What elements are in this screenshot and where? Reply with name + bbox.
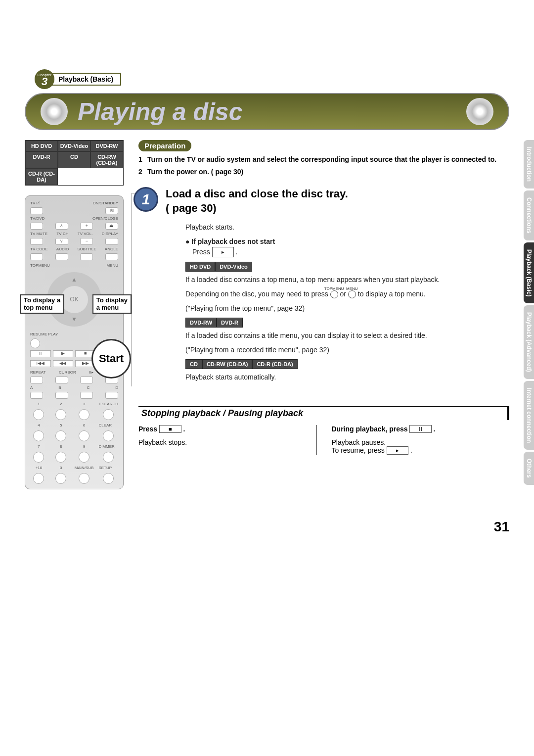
stop-pause-section: Press ■ . Playback stops. During playbac… — [138, 425, 509, 455]
tab-playback-advanced: Playback (Advanced) — [524, 305, 534, 379]
format-tags-c: CD CD-RW (CD-DA) CD-R (CD-DA) — [185, 359, 509, 369]
pause-head: During playback, press II . — [332, 425, 505, 433]
page-number: 31 — [25, 519, 509, 535]
supported-disc-grid: HD DVD DVD-Video DVD-RW DVD-R CD CD-RW (… — [25, 140, 124, 186]
chapter-number-badge: Chapter 3 — [35, 69, 54, 89]
disc-type-dvdvideo: DVD-Video — [58, 141, 90, 151]
tab-playback-basic: Playback (Basic) — [524, 242, 534, 303]
preparation-list: 1Turn on the TV or audio system and sele… — [138, 154, 509, 177]
play-key-icon: ▸ — [212, 247, 234, 257]
tab-connections: Connections — [524, 190, 534, 240]
ok-button: OK — [61, 286, 88, 313]
step-1: 1 Load a disc and close the disc tray. (… — [138, 187, 509, 386]
disc-type-dvdr: DVD-R — [25, 151, 58, 168]
chapter-number: 3 — [42, 77, 47, 86]
side-tabs: Introduction Connections Playback (Basic… — [524, 140, 534, 485]
topmenu-button-icon — [330, 290, 338, 298]
stop-key-icon: ■ — [159, 425, 181, 433]
prep-item-1: Turn on the TV or audio system and selec… — [147, 154, 496, 165]
step-number-badge: 1 — [134, 187, 158, 212]
playback-starts-text: Playback starts. — [185, 222, 509, 233]
block-a-p2: Depending on the disc, you may need to p… — [185, 289, 509, 299]
block-a-p1: If a loaded disc contains a top menu, a … — [185, 275, 509, 285]
rew-icon: ◀◀ — [53, 360, 74, 367]
chapter-section-label: Playback (Basic) — [45, 73, 121, 86]
stop-pause-heading: Stopping playback / Pausing playback — [138, 406, 509, 420]
preparation-heading: Preparation — [138, 140, 191, 151]
pause-body2: To resume, press ▸ . — [332, 446, 505, 455]
power-icon: I/󰀁 — [105, 207, 118, 214]
block-c-p1: Playback starts automatically. — [185, 372, 509, 382]
block-b-p1: If a loaded disc contains a title menu, … — [185, 331, 509, 341]
disc-type-cd: CD — [58, 151, 90, 168]
disc-type-cdr: CD-R (CD-DA) — [25, 168, 58, 185]
disc-type-dvdrw: DVD-RW — [90, 141, 123, 151]
pause-key-icon: II — [409, 425, 431, 433]
up-arrow-icon: ▲ — [71, 276, 77, 283]
block-a-p3: ("Playing from the top menu", page 32) — [185, 303, 509, 314]
prev-icon: I◀◀ — [30, 360, 51, 367]
remote-diagram: TV I/󰀁ON/STANDBY I/󰀁 TV/DVDOPEN/CLOSE ∧+… — [25, 195, 124, 489]
if-not-start-head: If playback does not start — [191, 237, 275, 245]
step-title: Load a disc and close the disc tray. ( p… — [166, 187, 509, 215]
down-arrow-icon: ▼ — [71, 316, 77, 323]
play-icon: ▶ — [53, 350, 74, 357]
play-key-icon: ▸ — [387, 446, 408, 455]
disc-type-cdrw: CD-RW (CD-DA) — [90, 151, 123, 168]
tab-others: Others — [524, 452, 534, 485]
disc-icon — [466, 98, 493, 125]
page-title: Playing a disc — [78, 97, 242, 126]
if-not-start-text: Press ▸ . — [185, 247, 509, 258]
format-tags-b: DVD-RW DVD-R — [185, 318, 509, 328]
menu-button-icon — [348, 290, 356, 298]
stop-head: Press ■ . — [138, 425, 312, 433]
prep-item-2: Turn the power on. ( page 30) — [147, 167, 243, 177]
page-title-bar: Playing a disc — [25, 93, 509, 130]
callout-menu: To display a menu — [92, 294, 132, 314]
stop-body: Playback stops. — [138, 438, 312, 446]
block-b-p2: ("Playing from a recorded title menu", p… — [185, 345, 509, 355]
callout-topmenu: To display a top menu — [20, 294, 64, 314]
pause-body1: Playback pauses. — [332, 438, 505, 446]
tab-internet: Internet connection — [524, 381, 534, 450]
disc-icon — [41, 98, 68, 125]
chapter-ribbon: Chapter 3 Playback (Basic) — [35, 69, 509, 89]
callout-start: Start — [91, 339, 131, 378]
pause-icon: II — [30, 350, 51, 357]
disc-type-hddvd: HD DVD — [25, 141, 58, 151]
format-tags-a: HD DVD DVD-Video — [185, 262, 509, 272]
tab-introduction: Introduction — [524, 140, 534, 189]
eject-icon: ⏏ — [105, 223, 118, 230]
